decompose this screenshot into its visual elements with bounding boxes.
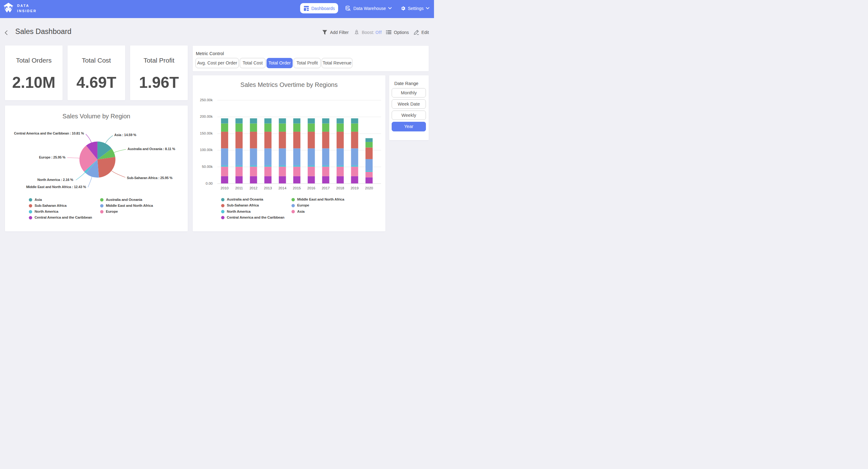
svg-text:2016: 2016 bbox=[307, 186, 315, 190]
svg-text:Australia and Oceania : 8.11 %: Australia and Oceania : 8.11 % bbox=[128, 147, 175, 151]
svg-text:North America: North America bbox=[227, 210, 251, 213]
svg-text:Asia: Asia bbox=[297, 210, 305, 213]
svg-text:Asia: Asia bbox=[35, 198, 42, 201]
svg-text:2019: 2019 bbox=[350, 186, 359, 190]
svg-text:0.00: 0.00 bbox=[206, 181, 213, 185]
svg-text:Central America and the Caribb: Central America and the Caribbean bbox=[35, 215, 92, 219]
svg-text:Asia : 14.59 %: Asia : 14.59 % bbox=[114, 133, 136, 137]
svg-text:2013: 2013 bbox=[264, 186, 272, 190]
svg-text:2014: 2014 bbox=[278, 186, 286, 190]
svg-text:200.00k: 200.00k bbox=[200, 115, 213, 118]
svg-text:North America : 2.16 %: North America : 2.16 % bbox=[37, 178, 73, 181]
svg-text:Sub-Saharan Africa: Sub-Saharan Africa bbox=[227, 203, 259, 207]
svg-text:2017: 2017 bbox=[321, 186, 330, 190]
svg-text:Europe: Europe bbox=[297, 203, 309, 207]
svg-text:Middle East and North Africa :: Middle East and North Africa : 12.43 % bbox=[26, 185, 86, 189]
svg-text:Europe: Europe bbox=[106, 210, 118, 213]
svg-text:50.00k: 50.00k bbox=[202, 165, 213, 169]
svg-text:Central America and the Caribb: Central America and the Caribbean bbox=[227, 215, 284, 219]
svg-text:250.00k: 250.00k bbox=[200, 98, 213, 102]
svg-text:2015: 2015 bbox=[293, 186, 301, 190]
svg-text:2012: 2012 bbox=[249, 186, 257, 190]
svg-text:2011: 2011 bbox=[235, 186, 243, 190]
svg-text:Australia and Oceania: Australia and Oceania bbox=[227, 198, 264, 201]
svg-text:Central America and the Caribb: Central America and the Caribbean : 10.8… bbox=[14, 131, 84, 135]
svg-text:Middle East and North Africa: Middle East and North Africa bbox=[297, 198, 345, 201]
svg-text:Europe : 25.95 %: Europe : 25.95 % bbox=[39, 155, 65, 159]
svg-text:100.00k: 100.00k bbox=[200, 148, 213, 152]
svg-text:2018: 2018 bbox=[336, 186, 344, 190]
svg-text:Sub-Saharan Africa: Sub-Saharan Africa bbox=[35, 203, 67, 207]
svg-text:2020: 2020 bbox=[365, 186, 373, 190]
svg-text:Middle East and North Africa: Middle East and North Africa bbox=[106, 203, 153, 207]
svg-text:Sub-Saharan Africa : 25.95 %: Sub-Saharan Africa : 25.95 % bbox=[127, 176, 173, 179]
svg-text:North America: North America bbox=[35, 210, 59, 213]
svg-text:150.00k: 150.00k bbox=[200, 131, 213, 135]
svg-text:2010: 2010 bbox=[221, 186, 229, 190]
svg-text:Australia and Oceania: Australia and Oceania bbox=[106, 198, 142, 201]
